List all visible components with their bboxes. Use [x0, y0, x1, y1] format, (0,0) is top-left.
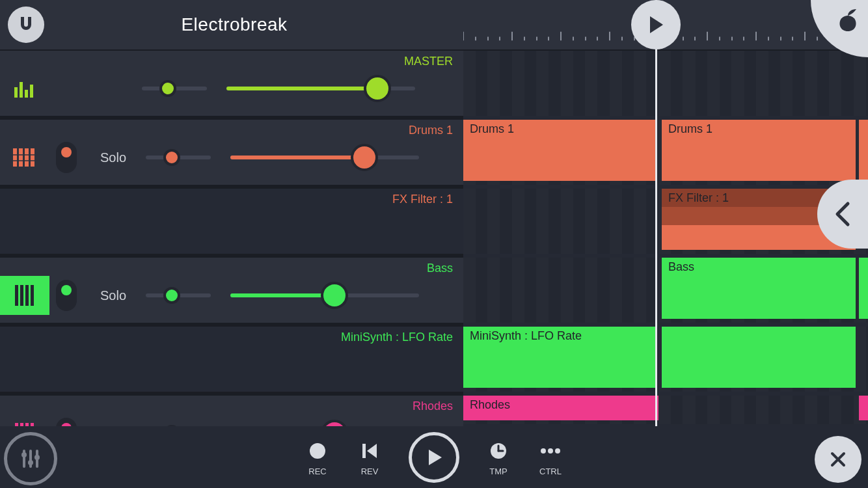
arm-toggle[interactable] — [56, 280, 77, 311]
more-icon — [539, 441, 562, 461]
clip-bass[interactable]: Bass — [662, 258, 856, 319]
svg-rect-54 — [362, 444, 366, 458]
bass-pan-slider[interactable] — [146, 293, 211, 297]
close-button[interactable] — [815, 436, 861, 483]
svg-rect-14 — [25, 285, 29, 306]
svg-point-66 — [34, 455, 40, 460]
sliders-icon — [18, 446, 44, 472]
project-title[interactable]: Electrobreak — [5, 14, 463, 35]
svg-rect-7 — [19, 148, 23, 167]
track-fx-filter-automation[interactable]: FX Filter : 1 — [0, 189, 463, 258]
drums-pan-slider[interactable] — [146, 156, 211, 159]
timeline[interactable]: Drums 1 Drums 1 FX Filter : 1 Bass MiniS… — [463, 0, 868, 426]
clip-rhodes[interactable]: Rhodes — [463, 396, 658, 420]
svg-rect-2 — [14, 87, 18, 98]
piano-keys-icon — [0, 414, 49, 426]
pan-knob[interactable] — [159, 80, 176, 97]
record-icon — [308, 441, 327, 461]
svg-rect-8 — [25, 148, 29, 167]
svg-rect-4 — [25, 90, 28, 98]
track-rhodes[interactable]: Rhodes Solo — [0, 396, 463, 426]
tracks-panel: MASTER — [0, 51, 463, 426]
track-label: MiniSynth : LFO Rate — [341, 331, 453, 344]
svg-rect-9 — [31, 148, 34, 167]
clock-icon — [489, 441, 508, 461]
chevron-left-icon — [834, 201, 852, 227]
transport-bar: REC REV TMP CTRL — [0, 426, 868, 488]
rewind-button[interactable]: REV — [357, 438, 383, 476]
lane-drums1[interactable]: Drums 1 Drums 1 — [463, 120, 868, 189]
lane-fxfilter[interactable]: FX Filter : 1 — [463, 189, 868, 258]
svg-point-58 — [541, 448, 546, 454]
svg-rect-5 — [30, 85, 33, 98]
bass-volume-slider[interactable] — [230, 293, 419, 297]
playhead[interactable] — [655, 0, 657, 426]
drums-volume-slider[interactable] — [230, 156, 419, 159]
close-icon — [828, 450, 848, 469]
play-button-primary[interactable] — [631, 0, 681, 49]
clip-rhodes[interactable] — [859, 396, 868, 420]
lane-bass[interactable]: Bass — [463, 258, 868, 327]
clip-drums1[interactable]: Drums 1 — [662, 120, 856, 181]
control-label: CTRL — [539, 467, 562, 476]
arm-toggle[interactable] — [56, 418, 77, 426]
rewind-icon — [360, 441, 379, 461]
svg-point-59 — [548, 448, 553, 454]
volume-knob[interactable] — [364, 75, 391, 102]
track-lfo-rate-automation[interactable]: MiniSynth : LFO Rate — [0, 327, 463, 396]
clip-drums1[interactable] — [859, 120, 868, 181]
master-levels-icon — [0, 69, 49, 108]
record-label: REC — [308, 467, 326, 476]
arm-indicator — [61, 147, 72, 157]
track-bass[interactable]: Bass Solo — [0, 258, 463, 327]
track-label: Bass — [427, 262, 453, 275]
piano-keys-icon — [0, 276, 49, 315]
master-pan-slider[interactable] — [142, 87, 207, 90]
svg-rect-15 — [31, 285, 34, 306]
play-icon — [424, 447, 444, 468]
track-master[interactable]: MASTER — [0, 51, 463, 120]
lane-lforate[interactable]: MiniSynth : LFO Rate — [463, 327, 868, 396]
track-label: Rhodes — [413, 400, 453, 413]
svg-point-64 — [21, 452, 27, 457]
volume-knob[interactable] — [321, 282, 348, 309]
drum-rack-icon — [0, 138, 49, 177]
clip-lforate[interactable] — [662, 327, 856, 388]
svg-rect-6 — [13, 148, 17, 167]
track-label: Drums 1 — [409, 124, 453, 137]
svg-rect-13 — [20, 285, 23, 306]
clip-bass[interactable] — [859, 258, 868, 319]
arm-indicator — [61, 285, 72, 295]
pan-knob[interactable] — [163, 149, 180, 166]
svg-rect-3 — [20, 82, 23, 98]
master-volume-slider[interactable] — [226, 87, 415, 90]
record-button[interactable]: REC — [305, 438, 331, 476]
track-label: MASTER — [404, 55, 453, 68]
play-button[interactable] — [409, 432, 459, 483]
lane-rhodes[interactable]: Rhodes — [463, 396, 868, 428]
volume-knob[interactable] — [351, 144, 378, 171]
track-drums1[interactable]: Drums 1 Solo — [0, 120, 463, 189]
svg-point-60 — [555, 448, 560, 454]
fruit-icon — [834, 7, 861, 34]
svg-point-65 — [28, 460, 33, 465]
tempo-button[interactable]: TMP — [485, 438, 511, 476]
solo-button[interactable]: Solo — [88, 288, 138, 303]
track-label: FX Filter : 1 — [392, 193, 453, 206]
arm-toggle[interactable] — [56, 142, 77, 173]
mixer-button[interactable] — [4, 432, 57, 485]
pan-knob[interactable] — [163, 287, 180, 304]
solo-button[interactable]: Solo — [88, 150, 138, 165]
play-icon — [646, 15, 666, 34]
svg-rect-12 — [15, 285, 18, 306]
top-bar: Electrobreak — [0, 0, 463, 51]
lane-master[interactable] — [463, 51, 868, 120]
tempo-label: TMP — [489, 467, 507, 476]
rewind-label: REV — [361, 467, 379, 476]
volume-knob[interactable] — [321, 420, 348, 426]
clip-lforate[interactable]: MiniSynth : LFO Rate — [463, 327, 657, 388]
clip-drums1[interactable]: Drums 1 — [463, 120, 657, 181]
svg-point-53 — [310, 443, 325, 459]
control-button[interactable]: CTRL — [537, 438, 563, 476]
